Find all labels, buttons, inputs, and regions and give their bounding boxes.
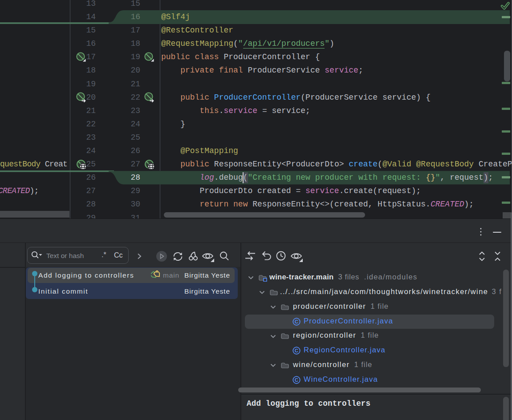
svg-text:C: C xyxy=(295,348,298,353)
svg-text:C: C xyxy=(295,319,298,324)
svg-text:C: C xyxy=(295,377,298,383)
